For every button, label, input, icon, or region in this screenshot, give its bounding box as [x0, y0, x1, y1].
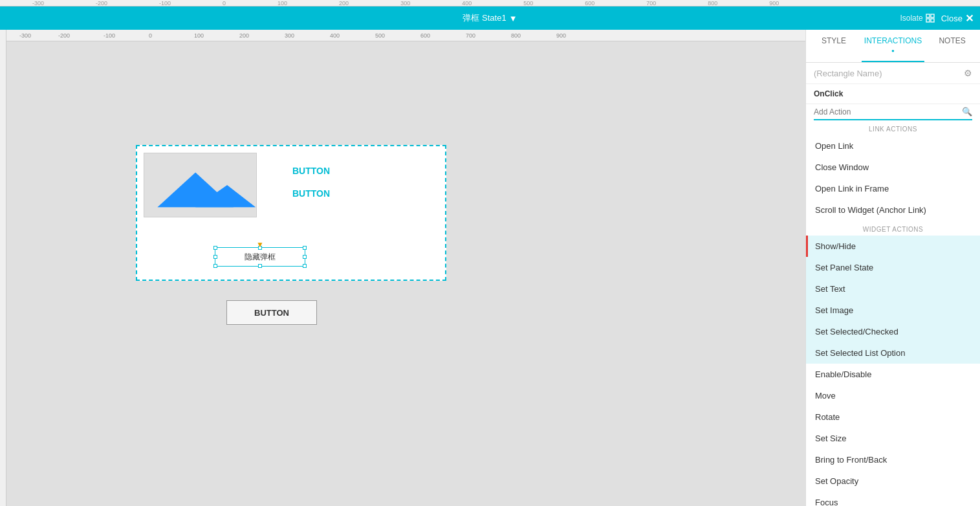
action-close-window[interactable]: Close Window — [806, 157, 980, 178]
svg-point-7 — [221, 163, 234, 176]
close-frame-button[interactable]: Close ✕ — [941, 12, 974, 25]
panel-name-row: (Rectangle Name) ⚙ — [806, 63, 980, 84]
action-set-size[interactable]: Set Size — [806, 428, 980, 449]
horizontal-ruler: -300 -200 -100 0 100 200 300 400 500 600… — [6, 30, 805, 41]
frame-title: 弹框 State1 — [463, 12, 506, 24]
link-actions-label: LINK ACTIONS — [806, 120, 980, 135]
frame-container: BUTTON BUTTON ▼ — [136, 145, 446, 281]
action-set-image[interactable]: Set Image — [806, 300, 980, 321]
action-scroll-to-widget[interactable]: Scroll to Widget (Anchor Link) — [806, 199, 980, 221]
handle-br — [303, 264, 307, 268]
tab-style[interactable]: STYLE — [806, 30, 862, 62]
close-icon: ✕ — [965, 12, 974, 25]
action-set-selected-list-option[interactable]: Set Selected List Option — [806, 342, 980, 364]
handle-ml — [213, 255, 217, 259]
svg-rect-3 — [931, 19, 934, 22]
frame-button-2[interactable]: BUTTON — [292, 188, 330, 199]
svg-rect-1 — [931, 14, 934, 17]
frame-header-right: Isolate Close ✕ — [651, 12, 974, 25]
frame-header: 弹框 State1 ▼ Isolate Close ✕ — [0, 6, 980, 30]
frame-title-dropdown[interactable]: 弹框 State1 ▼ — [463, 12, 517, 24]
action-move[interactable]: Move — [806, 385, 980, 406]
frame-title-area[interactable]: 弹框 State1 ▼ — [329, 12, 651, 24]
search-icon: 🔍 — [962, 107, 972, 116]
panel-tabs: STYLE INTERACTIONS ● NOTES — [806, 30, 980, 63]
svg-rect-0 — [926, 14, 930, 17]
handle-bm — [258, 264, 262, 268]
panel-settings-icon[interactable]: ⚙ — [964, 68, 972, 78]
search-input[interactable] — [814, 107, 962, 116]
right-panel: STYLE INTERACTIONS ● NOTES (Rectangle Na… — [805, 30, 980, 506]
handle-tr — [303, 246, 307, 250]
canvas-workspace: BUTTON BUTTON ▼ — [6, 41, 805, 506]
canvas-area: -300 -200 -100 0 100 200 300 400 500 600… — [0, 30, 805, 506]
action-set-selected-checked[interactable]: Set Selected/Checked — [806, 321, 980, 342]
left-ruler — [0, 30, 6, 506]
action-list: LINK ACTIONS Open Link Close Window Open… — [806, 120, 980, 506]
handle-tl — [213, 246, 217, 250]
action-focus[interactable]: Focus — [806, 492, 980, 506]
handle-mr — [303, 255, 307, 259]
isolate-button[interactable]: Isolate — [900, 14, 934, 23]
action-set-opacity[interactable]: Set Opacity — [806, 470, 980, 492]
hidden-frame-widget[interactable]: ▼ 隐藏弹框 — [215, 247, 305, 267]
onclick-header: OnClick — [806, 84, 980, 104]
action-set-panel-state[interactable]: Set Panel State — [806, 257, 980, 278]
action-enable-disable[interactable]: Enable/Disable — [806, 364, 980, 385]
action-rotate[interactable]: Rotate — [806, 406, 980, 428]
tab-notes[interactable]: NOTES — [924, 30, 980, 62]
action-bring-to-front-back[interactable]: Bring to Front/Back — [806, 449, 980, 470]
widget-actions-label: WIDGET ACTIONS — [806, 221, 980, 236]
action-open-link[interactable]: Open Link — [806, 135, 980, 157]
standalone-button-label: BUTTON — [254, 308, 289, 318]
action-set-text[interactable]: Set Text — [806, 278, 980, 300]
close-label: Close — [941, 14, 963, 23]
rectangle-name: (Rectangle Name) — [814, 69, 882, 78]
top-ruler: -300-200-1000 100200300400 5006007008009… — [0, 0, 980, 6]
action-open-link-in-frame[interactable]: Open Link in Frame — [806, 178, 980, 199]
standalone-button[interactable]: BUTTON — [226, 300, 317, 325]
isolate-label: Isolate — [900, 14, 922, 23]
handle-bl — [213, 264, 217, 268]
hidden-widget-label: 隐藏弹框 — [245, 252, 276, 263]
action-show-hide[interactable]: Show/Hide — [806, 236, 980, 257]
widget-arrow: ▼ — [256, 240, 264, 249]
svg-rect-2 — [926, 19, 930, 22]
tab-interactions[interactable]: INTERACTIONS ● — [862, 30, 924, 62]
frame-button-1[interactable]: BUTTON — [292, 166, 330, 176]
frame-title-arrow: ▼ — [509, 14, 517, 23]
search-row[interactable]: 🔍 — [814, 104, 972, 120]
interactions-dot: ● — [891, 48, 895, 54]
isolate-icon — [926, 14, 935, 23]
image-placeholder — [144, 153, 257, 217]
